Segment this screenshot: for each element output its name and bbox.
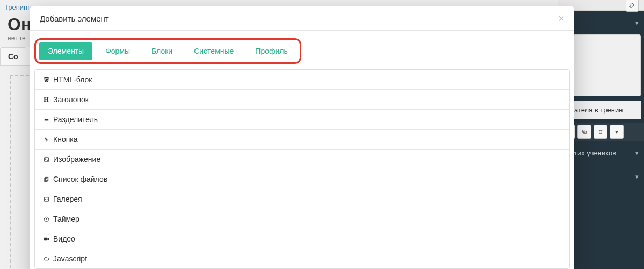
close-icon[interactable]: × [558,13,565,24]
tab-forms[interactable]: Формы [97,42,139,60]
tabs-highlight: Элементы Формы Блоки Системные Профиль [34,38,301,64]
modal-tabs-container: Элементы Формы Блоки Системные Профиль [30,31,574,69]
elements-list: HTML-блок H Заголовок Разделитель Кнопка… [34,69,570,269]
element-heading[interactable]: H Заголовок [35,89,569,109]
element-file-list[interactable]: Список файлов [35,169,569,189]
element-timer[interactable]: Таймер [35,209,569,229]
element-label: Галерея [53,195,82,203]
modal-header: Добавить элемент × [30,6,574,30]
svg-rect-9 [44,237,47,240]
pointer-icon [42,137,50,143]
element-image[interactable]: Изображение [35,149,569,169]
element-label: Разделитель [53,115,98,124]
element-label: HTML-блок [53,75,92,84]
tab-profile[interactable]: Профиль [247,42,296,60]
element-label: Javascript [53,254,87,263]
svg-rect-6 [44,178,47,181]
modal-title: Добавить элемент [40,14,109,23]
tab-elements[interactable]: Элементы [39,42,92,60]
tab-blocks[interactable]: Блоки [143,42,181,60]
svg-rect-5 [45,177,48,180]
element-button[interactable]: Кнопка [35,129,569,149]
element-video[interactable]: Видео [35,229,569,249]
element-gallery[interactable]: Галерея [35,189,569,209]
video-icon [42,236,50,242]
image-icon [42,157,50,162]
element-label: Заголовок [53,95,89,104]
cloud-icon [42,256,50,262]
element-label: Видео [53,235,75,243]
html5-icon [42,77,50,83]
files-icon [42,176,50,182]
gallery-icon [42,196,50,202]
element-html-block[interactable]: HTML-блок [35,70,569,89]
element-javascript[interactable]: Javascript [35,249,569,268]
element-divider[interactable]: Разделитель [35,109,569,129]
element-label: Таймер [53,215,79,223]
minus-icon [42,117,50,123]
add-element-modal: Добавить элемент × Элементы Формы Блоки … [30,6,574,269]
svg-rect-2 [44,119,48,120]
element-label: Изображение [53,155,100,164]
clock-icon [42,216,50,222]
tab-system[interactable]: Системные [185,42,242,60]
heading-icon: H [42,96,50,104]
element-label: Список файлов [53,175,107,183]
element-label: Кнопка [53,135,77,144]
